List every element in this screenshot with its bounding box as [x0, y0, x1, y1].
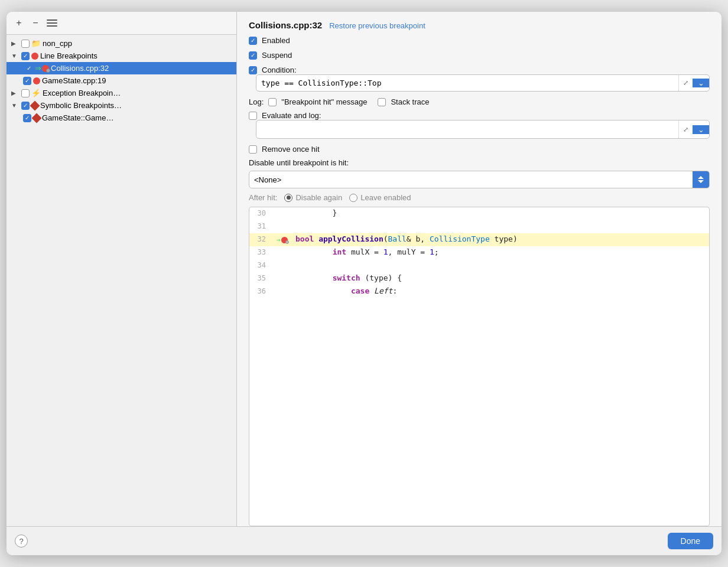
checkbox-line-bp[interactable]: [21, 52, 30, 60]
tree-label-symbolic: Symbolic Breakpoints…: [40, 101, 122, 110]
red-dot-icon-gamestate: [33, 77, 40, 84]
options-button[interactable]: [46, 17, 58, 30]
bp-icon-collisions: ⇒: [35, 64, 49, 73]
evaluate-row: Evaluate and log:: [249, 111, 710, 120]
breakpoint-hit-checkbox[interactable]: [268, 98, 277, 106]
line-num-30: 30: [249, 207, 273, 220]
checkbox-non-cpp[interactable]: [21, 40, 30, 48]
tree-item-collisions-cpp[interactable]: ⇒ Collisions.cpp:32: [6, 62, 236, 74]
breakpoint-tree: ▶ 📁 non_cpp ▼ Line Breakpoints: [6, 35, 236, 526]
checkbox-gamestate-cpp[interactable]: [23, 77, 31, 85]
eval-input[interactable]: [256, 122, 678, 138]
arrow-return-icon: ⇒: [35, 64, 41, 73]
code-line-31: 31: [249, 220, 709, 233]
tree-item-non-cpp[interactable]: ▶ 📁 non_cpp: [6, 37, 236, 50]
add-button[interactable]: +: [12, 17, 25, 30]
right-panel: Collisions.cpp:32 Restore previous break…: [237, 12, 722, 526]
disable-again-radio-wrap[interactable]: Disable again: [284, 193, 342, 202]
none-dropdown-btn[interactable]: [693, 171, 709, 188]
disable-again-radio[interactable]: [284, 194, 292, 202]
condition-input-wrap: ⤢ ⌄: [256, 74, 710, 92]
line-code-35: switch (type) {: [291, 272, 709, 285]
dropdown-button[interactable]: ⌄: [693, 79, 709, 87]
type-collision: CollisionType: [430, 234, 490, 243]
svg-rect-2: [47, 25, 57, 27]
checkbox-gamestate-game[interactable]: [23, 114, 31, 122]
condition-input[interactable]: [256, 75, 678, 91]
line-gutter-33: [273, 246, 291, 259]
remove-once-hit-checkbox[interactable]: [249, 145, 257, 154]
none-dropdown-wrap: <None>: [249, 171, 710, 188]
kw-bool: bool: [295, 234, 314, 243]
line-code-30: }: [291, 207, 709, 220]
svg-rect-1: [47, 22, 57, 24]
code-line-33: 33 int mulX = 1, mulY = 1;: [249, 246, 709, 259]
tree-arrow-exception: ▶: [11, 90, 20, 96]
leave-enabled-radio-wrap[interactable]: Leave enabled: [349, 193, 411, 202]
main-window: + − ▶ 📁 non_cpp: [6, 12, 722, 555]
line-num-31: 31: [249, 220, 273, 233]
line-gutter-31: [273, 220, 291, 233]
bolt-icon: ⚡: [31, 89, 41, 97]
tree-item-gamestate-cpp[interactable]: GameState.cpp:19: [6, 74, 236, 87]
code-view: 30 } 31 32 ⇒: [249, 207, 710, 526]
line-code-36: case Left:: [291, 285, 709, 298]
left-panel: + − ▶ 📁 non_cpp: [6, 12, 237, 526]
code-line-36: 36 case Left:: [249, 285, 709, 298]
evaluate-checkbox[interactable]: [249, 112, 257, 120]
eval-expand-button[interactable]: ⤢: [678, 120, 693, 138]
kw-int: int: [333, 247, 346, 256]
enabled-checkbox[interactable]: [249, 37, 257, 45]
tree-item-line-breakpoints[interactable]: ▼ Line Breakpoints: [6, 50, 236, 62]
suspend-checkbox[interactable]: [249, 51, 257, 60]
tree-item-gamestate-game[interactable]: GameState::Game…: [6, 112, 236, 124]
tree-label-gamestate-game: GameState::Game…: [42, 113, 113, 122]
breakpoint-hit-label: "Breakpoint hit" message: [281, 97, 367, 106]
line-code-33: int mulX = 1, mulY = 1;: [291, 246, 709, 259]
stepper-icon: [698, 176, 704, 183]
num-1b: 1: [430, 247, 434, 256]
options-icon: [47, 19, 57, 27]
done-button[interactable]: Done: [668, 533, 713, 549]
tree-label-gamestate-cpp: GameState.cpp:19: [42, 76, 106, 85]
restore-link[interactable]: Restore previous breakpoint: [329, 21, 425, 30]
enabled-label: Enabled: [262, 36, 290, 45]
italic-left: Left: [374, 286, 392, 295]
tree-label-line-bp: Line Breakpoints: [40, 51, 98, 60]
checkbox-symbolic[interactable]: [21, 102, 30, 110]
help-button[interactable]: ?: [15, 535, 28, 548]
conditional-dot-icon: [46, 69, 50, 73]
evaluate-section: Evaluate and log:: [237, 111, 722, 120]
remove-once-hit-label: Remove once hit: [262, 145, 320, 154]
stack-trace-label: Stack trace: [391, 97, 429, 106]
none-value: <None>: [249, 173, 693, 187]
after-hit-label: After hit:: [249, 193, 277, 202]
checkbox-collisions[interactable]: [25, 64, 33, 73]
condition-checkbox[interactable]: [249, 66, 257, 74]
remove-button[interactable]: −: [29, 17, 42, 30]
suspend-row: Suspend: [249, 51, 710, 60]
diamond-icon-symbolic: [30, 100, 40, 110]
line-num-34: 34: [249, 259, 273, 272]
expand-button[interactable]: ⤢: [678, 75, 693, 91]
tree-item-exception-bp[interactable]: ▶ ⚡ Exception Breakpoin…: [6, 87, 236, 99]
kw-case: case: [351, 286, 369, 295]
svg-marker-3: [698, 176, 704, 179]
code-line-32: 32 ⇒ bool applyCollision(Ball& b, Collis…: [249, 233, 709, 246]
line-gutter-35: [273, 272, 291, 285]
num-1a: 1: [384, 247, 388, 256]
line-num-33: 33: [249, 246, 273, 259]
log-row: Log: "Breakpoint hit" message Stack trac…: [237, 97, 722, 106]
diamond-icon-gamestate-game: [32, 113, 42, 123]
leave-enabled-radio[interactable]: [349, 194, 358, 202]
checkbox-exception[interactable]: [21, 89, 30, 97]
arrow-gutter-icon: ⇒: [276, 236, 280, 244]
tree-arrow-non-cpp: ▶: [11, 40, 20, 47]
fn-apply: applyCollision: [318, 234, 384, 243]
disable-again-label: Disable again: [295, 193, 342, 202]
tree-item-symbolic-bp[interactable]: ▼ Symbolic Breakpoints…: [6, 99, 236, 112]
code-line-30: 30 }: [249, 207, 709, 220]
stack-trace-checkbox[interactable]: [378, 98, 386, 106]
log-label: Log:: [249, 97, 264, 106]
eval-dropdown-button[interactable]: ⌄: [693, 125, 709, 134]
